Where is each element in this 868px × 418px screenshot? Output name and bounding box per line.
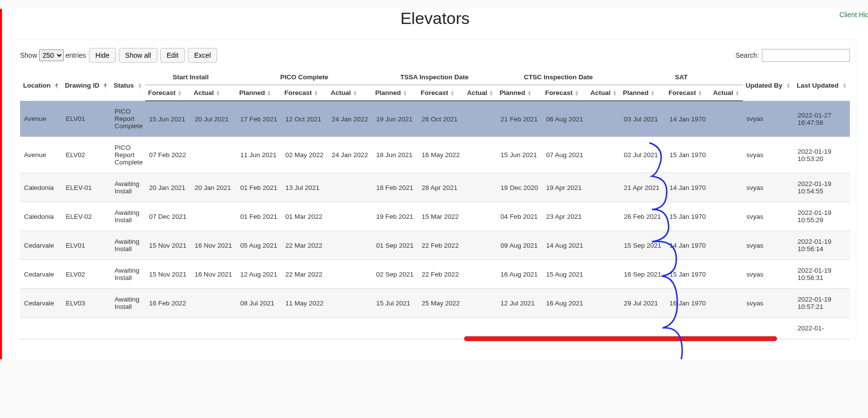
col-ts-forecast[interactable]: Forecast▲▼ [418,85,464,101]
search-input[interactable] [762,49,850,62]
col-pc-actual[interactable]: Actual▲▼ [328,85,372,101]
cell-ts-planned: 19 Jun 2021 [372,101,418,137]
cell-ct-actual [587,101,620,137]
col-pc-planned[interactable]: Planned▲▼ [236,85,281,101]
table-row[interactable]: CedarvaleELV03Awaiting Install16 Feb 202… [20,289,850,318]
show-all-button[interactable]: Show all [119,48,157,63]
table-row[interactable]: CaledoniaELEV-02Awaiting Install07 Dec 2… [20,202,850,231]
cell-pc-forecast: 12 Oct 2021 [282,101,328,137]
cell-ct-planned: 21 Feb 2021 [497,101,542,137]
cell-drawing-id: ELEV-01 [62,173,111,202]
cell-pc-forecast: 01 Mar 2022 [282,202,328,231]
cell-ts-actual [464,289,497,318]
table-row[interactable]: CedarvaleELV02Awaiting Install15 Nov 202… [20,260,850,289]
cell-ct-planned: 12 Jul 2021 [497,289,542,318]
cell-ct-planned: 15 Jun 2021 [497,137,542,173]
cell-location: Avenue [20,101,62,137]
cell-status: Awaiting Install [111,202,145,231]
elevators-table: Location ▲▼ Drawing ID ▲▼ Status ▲▼ Star… [20,70,850,339]
cell-ts-actual [464,173,497,202]
cell-updated-by: svyas [743,202,794,231]
cell-ct-forecast: 23 Apr 2021 [542,202,587,231]
col-ct-planned[interactable]: Planned▲▼ [497,85,542,101]
cell-sat-planned: 21 Apr 2021 [620,173,666,202]
cell-ct-planned: 16 Aug 2021 [497,260,542,289]
table-row[interactable]: CedarvaleELV01Awaiting Install15 Nov 202… [20,231,850,260]
col-ct-actual[interactable]: Actual▲▼ [587,85,620,101]
cell-pc-actual [328,260,372,289]
col-sat-forecast[interactable]: Forecast▲▼ [666,85,710,101]
col-pc-forecast[interactable]: Forecast▲▼ [282,85,328,101]
cell-pc-planned: 17 Feb 2021 [236,101,281,137]
show-label-suffix: entries [66,51,86,59]
col-si-actual[interactable]: Actual▲▼ [191,85,236,101]
cell-location: Caledonia [20,202,62,231]
col-sat-actual[interactable]: Actual▲▼ [710,85,743,101]
cell-status [111,318,145,339]
cell-updated-by: svyas [743,231,794,260]
cell-ct-actual [587,260,620,289]
cell-si-actual [191,137,236,173]
cell-pc-planned: 08 Jul 2021 [236,289,281,318]
cell-sat-planned: 16 Sep 2021 [620,260,666,289]
table-row[interactable]: CaledoniaELEV-01Awaiting Install20 Jan 2… [20,173,850,202]
cell-si-actual [191,202,236,231]
cell-drawing-id: ELV02 [62,137,111,173]
table-row[interactable]: 2022-01- [20,318,850,339]
cell-ct-planned: 09 Aug 2021 [497,231,542,260]
cell-sat-planned: 03 Jul 2021 [620,101,666,137]
cell-ct-forecast [542,318,587,339]
col-last-updated[interactable]: Last Updated ▲▼ [794,70,850,101]
cell-ct-actual [587,137,620,173]
cell-ts-planned: 19 Feb 2021 [372,202,418,231]
cell-si-actual: 16 Nov 2021 [191,260,236,289]
hide-button[interactable]: Hide [89,48,116,63]
col-location[interactable]: Location ▲▼ [20,70,62,101]
cell-ts-actual [464,231,497,260]
table-row[interactable]: AvenueELV02PICO Report Complete07 Feb 20… [20,137,850,173]
colgroup-ctsc: CTSC Inspection Date [497,70,620,85]
edit-button[interactable]: Edit [160,48,185,63]
cell-si-forecast: 15 Nov 2021 [145,231,191,260]
cell-updated-by: svyas [743,289,794,318]
cell-updated-by: svyas [743,137,794,173]
cell-pc-actual [328,289,372,318]
cell-ct-planned [497,318,542,339]
cell-ts-actual [464,202,497,231]
search-label: Search: [735,51,759,59]
colgroup-tssa: TSSA Inspection Date [372,70,496,85]
cell-ts-forecast: 22 Feb 2022 [418,260,464,289]
cell-ct-planned: 04 Feb 2021 [497,202,542,231]
excel-button[interactable]: Excel [188,48,217,63]
cell-sat-forecast: 14 Jan 1970 [666,101,710,137]
cell-status: Awaiting Install [111,260,145,289]
cell-last-updated: 2022-01-19 10:56:31 [794,260,850,289]
col-ts-actual[interactable]: Actual▲▼ [464,85,497,101]
col-updated-by[interactable]: Updated By ▲▼ [743,70,794,101]
cell-sat-planned: 15 Sep 2021 [620,231,666,260]
col-ts-planned[interactable]: Planned▲▼ [372,85,418,101]
cell-ct-forecast: 14 Aug 2021 [542,231,587,260]
col-ct-forecast[interactable]: Forecast▲▼ [542,85,587,101]
cell-ct-actual [587,231,620,260]
cell-pc-planned: 12 Aug 2021 [236,260,281,289]
cell-status: Awaiting Install [111,173,145,202]
entries-select[interactable]: 250 [39,49,64,61]
client-hide-link[interactable]: Client Hidd [840,11,868,19]
cell-pc-planned [236,318,281,339]
cell-last-updated: 2022-01-27 16:47:58 [794,101,850,137]
col-si-forecast[interactable]: Forecast▲▼ [145,85,191,101]
cell-drawing-id: ELV02 [62,260,111,289]
col-sat-planned[interactable]: Planned▲▼ [620,85,666,101]
colgroup-sat: SAT [620,70,743,85]
cell-location: Caledonia [20,173,62,202]
cell-pc-planned: 01 Feb 2021 [236,173,281,202]
table-row[interactable]: AvenueELV01PICO Report Complete15 Jun 20… [20,101,850,137]
cell-sat-planned [620,318,666,339]
cell-pc-forecast: 22 Mar 2022 [282,260,328,289]
cell-ts-forecast: 22 Feb 2022 [418,231,464,260]
col-drawing-id[interactable]: Drawing ID ▲▼ [62,70,111,101]
col-status[interactable]: Status ▲▼ [111,70,145,101]
cell-ts-actual [464,318,497,339]
cell-last-updated: 2022-01-19 10:56:14 [794,231,850,260]
